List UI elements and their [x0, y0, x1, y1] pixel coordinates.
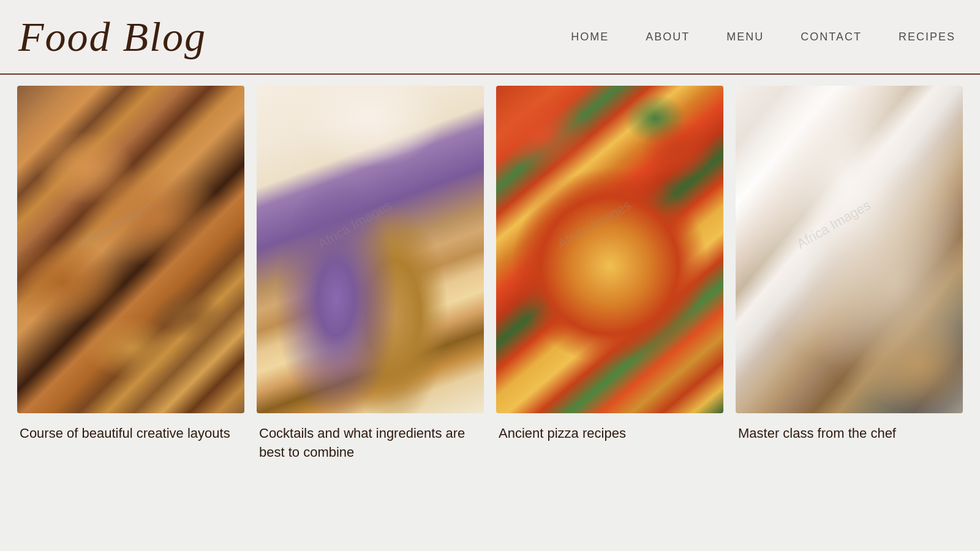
- card-caption-chef: Master class from the chef: [736, 413, 963, 451]
- watermark: Africa Images: [794, 197, 873, 252]
- card-cocktails[interactable]: Africa Images Cocktails and what ingredi…: [251, 86, 490, 470]
- article-grid: Africa Images Course of beautiful creati…: [0, 75, 980, 470]
- card-caption-cocktails: Cocktails and what ingredients are best …: [257, 413, 484, 470]
- nav-home[interactable]: HOME: [571, 31, 609, 43]
- card-caption-pizza: Ancient pizza recipes: [496, 413, 723, 451]
- card-image-bread: Africa Images: [17, 86, 244, 413]
- card-pizza[interactable]: Africa Images Ancient pizza recipes: [490, 86, 729, 470]
- watermark: Africa Images: [554, 197, 633, 252]
- nav-recipes[interactable]: RECIPES: [899, 31, 956, 43]
- nav-contact[interactable]: CONTACT: [801, 31, 862, 43]
- card-bread[interactable]: Africa Images Course of beautiful creati…: [11, 86, 251, 470]
- watermark: Africa Images: [75, 197, 154, 252]
- card-caption-bread: Course of beautiful creative layouts: [17, 413, 244, 451]
- card-image-cocktails: Africa Images: [257, 86, 484, 413]
- nav-about[interactable]: ABOUT: [646, 31, 690, 43]
- watermark: Africa Images: [315, 197, 394, 252]
- card-image-pizza: Africa Images: [496, 86, 723, 413]
- site-header: Food Blog HOME ABOUT MENU CONTACT RECIPE…: [0, 0, 980, 75]
- card-image-chef: Africa Images: [736, 86, 963, 413]
- main-nav: HOME ABOUT MENU CONTACT RECIPES: [571, 31, 956, 43]
- site-logo[interactable]: Food Blog: [18, 16, 206, 58]
- card-chef[interactable]: Africa Images Master class from the chef: [729, 86, 969, 470]
- nav-menu[interactable]: MENU: [726, 31, 764, 43]
